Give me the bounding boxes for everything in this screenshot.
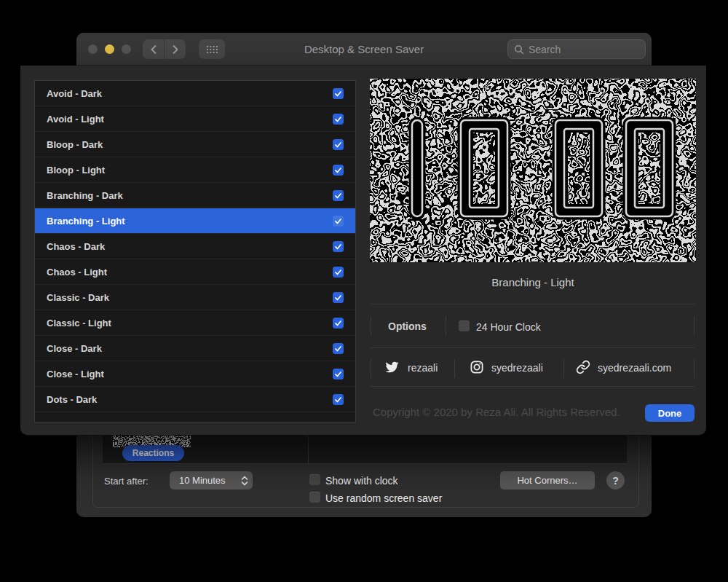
- start-after-label: Start after:: [104, 476, 149, 487]
- screensaver-checkbox[interactable]: [333, 216, 344, 227]
- screensaver-label: Bloop - Dark: [47, 139, 333, 150]
- screensaver-label: Dots - Dark: [47, 394, 333, 405]
- screensaver-sheet: Avoid - Dark Avoid - Light Bloop - Dark …: [20, 66, 706, 436]
- screensaver-label: Bloop - Light: [47, 165, 333, 176]
- screensaver-label: Branching - Light: [47, 216, 333, 227]
- divider: [371, 386, 695, 387]
- screensaver-row[interactable]: Branching - Dark: [35, 183, 355, 208]
- screensaver-list: Avoid - Dark Avoid - Light Bloop - Dark …: [34, 80, 356, 422]
- screensaver-row[interactable]: Classic - Dark: [35, 285, 355, 310]
- screensaver-row[interactable]: Branching - Light: [35, 208, 355, 234]
- search-icon: [514, 44, 524, 55]
- screensaver-label: Chaos - Light: [47, 267, 333, 278]
- search-input[interactable]: [529, 44, 630, 55]
- options-label: Options: [388, 321, 427, 332]
- screensaver-label: Avoid - Light: [47, 114, 333, 125]
- screensaver-row[interactable]: Chaos - Light: [35, 259, 355, 285]
- instagram-icon[interactable]: [470, 360, 484, 374]
- 24-hour-clock-label: 24 Hour Clock: [476, 321, 541, 333]
- screensaver-checkbox[interactable]: [333, 190, 344, 201]
- screensaver-label: Close - Dark: [47, 343, 333, 354]
- copyright-text: Copyright © 2020 by Reza Ali. All Rights…: [373, 406, 620, 418]
- link-icon[interactable]: [576, 360, 590, 374]
- screensaver-checkbox[interactable]: [333, 114, 344, 125]
- screensaver-row[interactable]: Chaos - Dark: [35, 234, 355, 259]
- done-button[interactable]: Done: [645, 404, 695, 422]
- stepper-chevrons-icon: [241, 475, 248, 487]
- show-with-clock-label: Show with clock: [325, 475, 398, 487]
- divider: [371, 347, 695, 348]
- divider: [371, 316, 371, 335]
- instagram-handle[interactable]: syedrezaali: [491, 362, 543, 374]
- screensaver-checkbox[interactable]: [333, 139, 344, 150]
- twitter-icon[interactable]: [384, 361, 400, 374]
- screensaver-checkbox[interactable]: [333, 394, 344, 405]
- screensaver-preview: [370, 79, 696, 262]
- preview-title: Branching - Light: [370, 276, 696, 288]
- screensaver-checkbox[interactable]: [333, 165, 344, 176]
- screensaver-checkbox[interactable]: [333, 241, 344, 252]
- selected-thumbnail-badge: Reactions: [122, 445, 184, 461]
- screensaver-row[interactable]: Avoid - Dark: [35, 81, 355, 106]
- divider: [454, 359, 455, 378]
- screensaver-row[interactable]: Bloop - Dark: [35, 132, 355, 157]
- divider: [371, 304, 695, 304]
- hot-corners-button[interactable]: Hot Corners…: [500, 471, 595, 489]
- screensaver-label: Chaos - Dark: [47, 241, 333, 252]
- branching-pattern-image: [370, 79, 696, 262]
- screensaver-label: Close - Light: [47, 369, 333, 380]
- screensaver-checkbox[interactable]: [333, 292, 344, 303]
- use-random-checkbox[interactable]: [309, 492, 320, 503]
- screensaver-checkbox[interactable]: [333, 88, 344, 99]
- screensaver-checkbox[interactable]: [333, 318, 344, 329]
- start-after-value: 10 Minutes: [179, 475, 226, 486]
- screensaver-row[interactable]: Bloop - Light: [35, 157, 355, 183]
- window-toolbar: Desktop & Screen Saver: [76, 33, 652, 66]
- screensaver-checkbox[interactable]: [333, 267, 344, 278]
- screensaver-label: Avoid - Dark: [47, 88, 333, 99]
- screensaver-label: Classic - Light: [47, 318, 333, 329]
- screensaver-label: Classic - Dark: [47, 292, 333, 303]
- screensaver-row[interactable]: Close - Light: [35, 361, 355, 387]
- website-link[interactable]: syedrezaali.com: [598, 362, 671, 374]
- 24-hour-clock-checkbox[interactable]: [459, 321, 470, 331]
- screensaver-checkbox[interactable]: [333, 343, 344, 354]
- use-random-label: Use random screen saver: [325, 492, 442, 504]
- screensaver-row[interactable]: Classic - Light: [35, 310, 355, 336]
- divider: [371, 359, 371, 378]
- twitter-handle[interactable]: rezaali: [408, 362, 438, 374]
- screensaver-row[interactable]: Close - Dark: [35, 336, 355, 361]
- screensaver-checkbox[interactable]: [333, 369, 344, 380]
- divider: [446, 316, 446, 335]
- show-with-clock-checkbox[interactable]: [309, 474, 320, 485]
- screensaver-row[interactable]: Dots - Dark: [35, 387, 355, 412]
- divider: [694, 316, 695, 335]
- divider: [563, 359, 564, 378]
- screensaver-label: Branching - Dark: [47, 190, 333, 201]
- screensaver-row[interactable]: Avoid - Light: [35, 106, 355, 132]
- start-after-popup[interactable]: 10 Minutes: [170, 471, 253, 489]
- help-button[interactable]: ?: [606, 471, 625, 489]
- search-field[interactable]: [507, 39, 646, 59]
- divider: [694, 359, 695, 378]
